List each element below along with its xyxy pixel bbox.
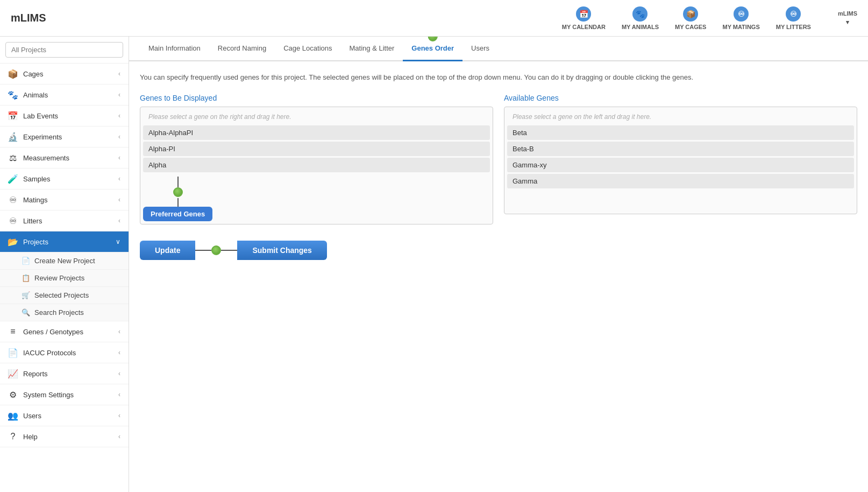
gene-item-beta-b[interactable]: Beta-B	[507, 142, 854, 156]
search-projects-icon: 🔍	[22, 308, 30, 317]
nav-animals[interactable]: 🐾 MY ANIMALS	[622, 6, 659, 30]
available-genes-panel: Available Genes Please select a gene on …	[504, 94, 857, 224]
sidebar-item-genes-genotypes[interactable]: ≡ Genes / Genotypes ‹	[0, 321, 129, 342]
litters-icon: ♾	[786, 6, 801, 22]
chevron-icon: ‹	[118, 112, 120, 120]
chevron-icon: ‹	[118, 70, 120, 78]
chevron-icon: ‹	[118, 370, 120, 377]
chevron-icon: ‹	[118, 133, 120, 140]
gene-item-gamma-xy[interactable]: Gamma-xy	[507, 158, 854, 172]
tooltip-dot	[428, 37, 438, 41]
description-text: You can specify frequently used genes fo…	[140, 72, 857, 83]
cages-sidebar-icon: 📦	[8, 69, 18, 79]
project-search-input[interactable]	[5, 42, 123, 58]
submenu-review-projects[interactable]: 📋 Review Projects	[0, 270, 129, 287]
submenu-selected-projects[interactable]: 🛒 Selected Projects	[0, 287, 129, 304]
chevron-icon: ‹	[118, 217, 120, 224]
genes-panels: Genes to Be Displayed Please select a ge…	[140, 94, 857, 224]
iacuc-sidebar-icon: 📄	[8, 348, 18, 357]
projects-submenu: 📄 Create New Project 📋 Review Projects 🛒…	[0, 252, 129, 321]
nav-cages[interactable]: 📦 MY CAGES	[675, 6, 706, 30]
sidebar-item-experiments[interactable]: 🔬 Experiments ‹	[0, 126, 129, 147]
gene-item-alpha-alphapi[interactable]: Alpha-AlphaPI	[143, 125, 490, 140]
gene-item-beta[interactable]: Beta	[507, 125, 854, 140]
available-genes-box[interactable]: Please select a gene on the left and dra…	[504, 107, 857, 214]
sidebar-item-matings[interactable]: ♾ Matings ‹	[0, 189, 129, 210]
settings-sidebar-icon: ⚙	[8, 390, 18, 399]
user-menu[interactable]: mLIMS ▾	[838, 10, 857, 26]
chevron-icon: ‹	[118, 349, 120, 356]
main-content: Main Information Record Naming Cage Loca…	[129, 37, 868, 492]
connector-line-left	[195, 250, 211, 251]
update-button[interactable]: Update	[140, 241, 195, 260]
help-sidebar-icon: ?	[8, 432, 18, 441]
tabs-bar: Main Information Record Naming Cage Loca…	[129, 37, 868, 61]
sidebar-item-iacuc[interactable]: 📄 IACUC Protocols ‹	[0, 342, 129, 363]
nav-calendar[interactable]: 📅 MY CALENDAR	[562, 6, 606, 30]
nav-matings[interactable]: ♾ MY MATINGS	[722, 6, 759, 30]
chevron-icon: ‹	[118, 154, 120, 161]
sidebar: 📦 Cages ‹ 🐾 Animals ‹ 📅 Lab Events ‹ 🔬 E…	[0, 37, 129, 492]
top-nav: mLIMS 📅 MY CALENDAR 🐾 MY ANIMALS 📦 MY CA…	[0, 0, 868, 37]
preferred-genes-bubble: Preferred Genes	[143, 207, 212, 221]
sidebar-item-samples[interactable]: 🧪 Samples ‹	[0, 168, 129, 189]
gene-item-alpha-pi[interactable]: Alpha-PI	[143, 142, 490, 156]
animals-icon: 🐾	[632, 6, 648, 22]
sidebar-item-measurements[interactable]: ⚖ Measurements ‹	[0, 147, 129, 168]
selected-projects-icon: 🛒	[22, 291, 30, 299]
chevron-icon: ‹	[118, 175, 120, 182]
preferred-tooltip-dot	[173, 187, 183, 197]
preferred-tooltip-line-bottom	[177, 198, 179, 207]
calendar-icon: 📅	[576, 6, 591, 22]
submit-changes-button[interactable]: Submit Changes	[237, 241, 326, 260]
top-nav-items: 📅 MY CALENDAR 🐾 MY ANIMALS 📦 MY CAGES ♾ …	[562, 6, 857, 30]
genes-sidebar-icon: ≡	[8, 327, 18, 336]
sidebar-item-reports[interactable]: 📈 Reports ‹	[0, 363, 129, 384]
sidebar-item-litters[interactable]: ♾ Litters ‹	[0, 210, 129, 231]
app-logo: mLIMS	[11, 12, 46, 24]
tab-mating-litter[interactable]: Mating & Litter	[341, 37, 403, 61]
sidebar-item-users[interactable]: 👥 Users ‹	[0, 405, 129, 426]
users-sidebar-icon: 👥	[8, 411, 18, 420]
submenu-search-projects[interactable]: 🔍 Search Projects	[0, 304, 129, 321]
gene-item-alpha[interactable]: Alpha	[143, 158, 490, 172]
buttons-row: Update Submit Changes	[140, 241, 857, 260]
sidebar-item-cages[interactable]: 📦 Cages ‹	[0, 64, 129, 85]
btn-connector	[195, 245, 237, 255]
chevron-icon: ‹	[118, 391, 120, 398]
submenu-create-new-project[interactable]: 📄 Create New Project	[0, 252, 129, 270]
genes-to-be-displayed-box[interactable]: Please select a gene on the right and dr…	[140, 107, 493, 224]
tab-users[interactable]: Users	[463, 37, 498, 61]
genes-right-placeholder: Please select a gene on the left and dra…	[507, 110, 854, 124]
genes-left-placeholder: Please select a gene on the right and dr…	[143, 110, 490, 124]
sidebar-item-projects[interactable]: 📂 Projects ∨	[0, 231, 129, 252]
samples-sidebar-icon: 🧪	[8, 174, 18, 184]
chevron-down-icon: ∨	[116, 238, 120, 245]
projects-sidebar-icon: 📂	[8, 237, 18, 247]
main-layout: 📦 Cages ‹ 🐾 Animals ‹ 📅 Lab Events ‹ 🔬 E…	[0, 37, 868, 492]
animals-sidebar-icon: 🐾	[8, 90, 18, 100]
matings-sidebar-icon: ♾	[8, 195, 18, 205]
preferred-genes-tooltip: Preferred Genes	[143, 177, 212, 221]
tab-cage-locations[interactable]: Cage Locations	[275, 37, 340, 61]
tab-record-naming[interactable]: Record Naming	[209, 37, 275, 61]
sidebar-item-lab-events[interactable]: 📅 Lab Events ‹	[0, 106, 129, 126]
connector-dot	[211, 245, 221, 255]
experiments-sidebar-icon: 🔬	[8, 132, 18, 142]
connector-line-right	[221, 250, 237, 251]
sidebar-search[interactable]	[0, 37, 129, 64]
review-projects-icon: 📋	[22, 274, 30, 282]
chevron-icon: ‹	[118, 328, 120, 335]
content-area: You can specify frequently used genes fo…	[129, 61, 868, 271]
sidebar-item-system-settings[interactable]: ⚙ System Settings ‹	[0, 384, 129, 405]
nav-litters[interactable]: ♾ MY LITTERS	[776, 6, 811, 30]
reports-sidebar-icon: 📈	[8, 369, 18, 378]
matings-icon: ♾	[734, 6, 749, 22]
tab-genes-order[interactable]: Genes Order Genes Order Tab	[403, 37, 463, 61]
gene-item-gamma[interactable]: Gamma	[507, 174, 854, 188]
measurements-sidebar-icon: ⚖	[8, 153, 18, 163]
chevron-icon: ‹	[118, 412, 120, 419]
tab-main-information[interactable]: Main Information	[140, 37, 209, 61]
sidebar-item-help[interactable]: ? Help ‹	[0, 426, 129, 447]
sidebar-item-animals[interactable]: 🐾 Animals ‹	[0, 85, 129, 106]
